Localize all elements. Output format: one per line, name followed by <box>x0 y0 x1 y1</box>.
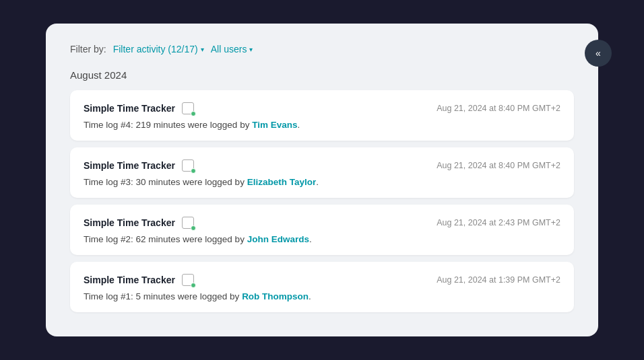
activity-timestamp: Aug 21, 2024 at 8:40 PM GMT+2 <box>437 161 560 170</box>
log-text-suffix: . <box>309 291 311 301</box>
card-header: Simple Time Tracker Aug 21, 2024 at 1:39… <box>84 273 560 287</box>
app-name: Simple Time Tracker <box>84 160 175 171</box>
filter-users-label: All users <box>211 44 247 55</box>
filter-users-arrow-icon: ▾ <box>249 46 253 53</box>
log-text-prefix: Time log #2: 62 minutes were logged by <box>84 234 247 244</box>
user-link[interactable]: John Edwards <box>247 234 309 244</box>
activity-list: Simple Time Tracker Aug 21, 2024 at 8:40… <box>70 90 574 312</box>
card-header: Simple Time Tracker Aug 21, 2024 at 8:40… <box>84 158 560 173</box>
app-icon-square <box>182 217 194 229</box>
app-name-row: Simple Time Tracker <box>84 215 195 230</box>
log-text-prefix: Time log #1: 5 minutes were logged by <box>84 291 242 301</box>
app-icon-square <box>182 102 194 114</box>
filter-activity-label: Filter activity (12/17) <box>113 44 198 55</box>
filter-activity-button[interactable]: Filter activity (12/17) ▾ <box>113 44 204 55</box>
user-link[interactable]: Rob Thompson <box>242 291 309 301</box>
log-text-prefix: Time log #3: 30 minutes were logged by <box>84 177 247 187</box>
main-panel: « Filter by: Filter activity (12/17) ▾ A… <box>46 24 598 336</box>
filter-users-button[interactable]: All users ▾ <box>211 44 253 55</box>
app-name-row: Simple Time Tracker <box>84 273 195 287</box>
app-icon <box>181 158 195 173</box>
app-status-dot-icon <box>191 168 196 174</box>
activity-card: Simple Time Tracker Aug 21, 2024 at 8:40… <box>70 147 574 198</box>
app-status-dot-icon <box>191 111 196 116</box>
collapse-button[interactable]: « <box>585 40 612 67</box>
card-body: Time log #2: 62 minutes were logged by J… <box>84 234 560 244</box>
log-text-suffix: . <box>297 120 300 130</box>
app-icon-square <box>182 274 194 286</box>
app-icon <box>181 273 195 287</box>
chevron-left-icon: « <box>595 48 601 59</box>
filter-activity-arrow-icon: ▾ <box>201 46 204 53</box>
user-link[interactable]: Elizabeth Taylor <box>247 177 317 187</box>
card-header: Simple Time Tracker Aug 21, 2024 at 8:40… <box>84 101 560 116</box>
log-text-prefix: Time log #4: 219 minutes were logged by <box>84 120 252 130</box>
card-body: Time log #4: 219 minutes were logged by … <box>84 120 560 130</box>
activity-card: Simple Time Tracker Aug 21, 2024 at 2:43… <box>70 205 574 255</box>
app-icon-square <box>182 159 194 172</box>
card-body: Time log #1: 5 minutes were logged by Ro… <box>84 291 560 301</box>
card-body: Time log #3: 30 minutes were logged by E… <box>84 177 560 187</box>
card-header: Simple Time Tracker Aug 21, 2024 at 2:43… <box>84 215 560 230</box>
app-name-row: Simple Time Tracker <box>84 101 195 116</box>
app-name: Simple Time Tracker <box>84 103 175 114</box>
log-text-suffix: . <box>309 234 312 244</box>
activity-card: Simple Time Tracker Aug 21, 2024 at 8:40… <box>70 90 574 141</box>
user-link[interactable]: Tim Evans <box>252 120 297 130</box>
activity-timestamp: Aug 21, 2024 at 8:40 PM GMT+2 <box>437 104 560 113</box>
log-text-suffix: . <box>316 177 319 187</box>
filter-by-label: Filter by: <box>70 44 106 55</box>
app-status-dot-icon <box>191 283 196 288</box>
app-name: Simple Time Tracker <box>84 217 175 228</box>
app-status-dot-icon <box>191 225 196 231</box>
activity-timestamp: Aug 21, 2024 at 1:39 PM GMT+2 <box>437 275 560 285</box>
month-heading: August 2024 <box>70 69 574 81</box>
app-name-row: Simple Time Tracker <box>84 158 195 173</box>
app-name: Simple Time Tracker <box>84 275 175 285</box>
filter-bar: Filter by: Filter activity (12/17) ▾ All… <box>70 44 574 55</box>
activity-timestamp: Aug 21, 2024 at 2:43 PM GMT+2 <box>437 218 560 227</box>
app-icon <box>181 101 195 116</box>
app-icon <box>181 215 195 230</box>
activity-card: Simple Time Tracker Aug 21, 2024 at 1:39… <box>70 262 574 312</box>
